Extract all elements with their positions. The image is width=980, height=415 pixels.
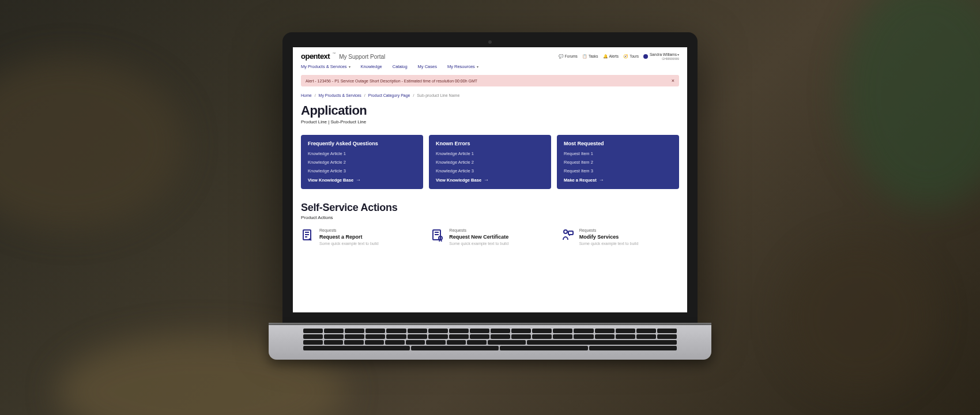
action-category: Requests: [579, 228, 639, 232]
requested-cta-label: Make a Request: [564, 178, 597, 183]
errors-cta[interactable]: View Knowledge Base →: [436, 177, 544, 183]
page-subtitle: Product Line | Sub-Product Line: [301, 119, 679, 124]
forums-link[interactable]: 💬 Forums: [559, 54, 578, 59]
bell-icon: 🔔: [603, 54, 608, 59]
clipboard-icon: 📋: [582, 54, 587, 59]
crumb-sep: /: [315, 93, 316, 97]
action-request-report[interactable]: Requests Request a Report Some quick exa…: [301, 228, 419, 246]
chevron-down-icon: ▾: [677, 52, 679, 56]
user-id: GH99999999: [650, 57, 679, 61]
requested-item[interactable]: Request Item 3: [564, 168, 672, 173]
faq-cta-label: View Knowledge Base: [308, 178, 353, 183]
report-icon: [301, 228, 315, 242]
arrow-right-icon: →: [599, 177, 604, 183]
laptop-deck: [269, 325, 711, 360]
errors-card-title: Known Errors: [436, 141, 544, 146]
action-request-certificate[interactable]: Requests Request New Certificate Some qu…: [431, 228, 549, 246]
requested-item[interactable]: Request Item 2: [564, 160, 672, 165]
faq-card: Frequently Asked Questions Knowledge Art…: [301, 135, 423, 189]
main-nav: My Products & Services ▾ Knowledge Catal…: [301, 64, 679, 69]
crumb-sep: /: [364, 93, 365, 97]
avatar: [643, 54, 648, 59]
self-service-subtitle: Product Actions: [301, 215, 679, 220]
arrow-right-icon: →: [484, 177, 489, 183]
requested-cta[interactable]: Make a Request →: [564, 177, 672, 183]
faq-cta[interactable]: View Knowledge Base →: [308, 177, 416, 183]
close-icon[interactable]: ×: [672, 78, 674, 84]
errors-item[interactable]: Knowledge Article 2: [436, 160, 544, 165]
alerts-label: Alerts: [609, 54, 619, 58]
arrow-right-icon: →: [356, 177, 361, 183]
info-cards-row: Frequently Asked Questions Knowledge Art…: [301, 135, 679, 189]
alerts-link[interactable]: 🔔 Alerts: [603, 54, 619, 59]
action-modify-services[interactable]: Requests Modify Services Some quick exam…: [561, 228, 679, 246]
faq-item[interactable]: Knowledge Article 3: [308, 168, 416, 173]
nav-cases[interactable]: My Cases: [418, 64, 437, 69]
brand[interactable]: opentext ™ My Support Portal: [301, 52, 385, 61]
laptop-keyboard: [303, 329, 677, 352]
requested-item[interactable]: Request Item 1: [564, 151, 672, 156]
page-title: Application: [301, 103, 679, 118]
action-desc: Some quick example text to build: [449, 242, 508, 246]
self-service-actions-row: Requests Request a Report Some quick exa…: [301, 228, 679, 246]
brand-subtitle: My Support Portal: [339, 54, 385, 60]
user-menu[interactable]: Sandra Williams ▾ GH99999999: [643, 52, 679, 61]
crumb-category[interactable]: Product Category Page: [368, 93, 410, 97]
action-title: Modify Services: [579, 234, 639, 240]
user-name: Sandra Williams: [650, 52, 677, 56]
errors-item[interactable]: Knowledge Article 1: [436, 151, 544, 156]
brand-logo: opentext: [301, 52, 330, 61]
errors-item[interactable]: Knowledge Article 3: [436, 168, 544, 173]
certificate-icon: [431, 228, 444, 242]
action-category: Requests: [319, 228, 379, 232]
errors-cta-label: View Knowledge Base: [436, 178, 481, 183]
requested-card-title: Most Requested: [564, 141, 672, 146]
tasks-link[interactable]: 📋 Tasks: [582, 54, 598, 59]
requested-card: Most Requested Request Item 1 Request It…: [557, 135, 679, 189]
svg-rect-4: [568, 231, 573, 235]
crumb-home[interactable]: Home: [301, 93, 312, 97]
chevron-down-icon: ▾: [349, 65, 350, 69]
forums-label: Forums: [565, 54, 578, 58]
header-bar: opentext ™ My Support Portal 💬 Forums 📋 …: [301, 52, 679, 61]
header-utility-links: 💬 Forums 📋 Tasks 🔔 Alerts 🧭: [559, 52, 679, 61]
crumb-current: Sub-product Line Name: [417, 93, 459, 97]
brand-trademark: ™: [332, 52, 336, 55]
self-service-title: Self-Service Actions: [301, 202, 679, 214]
breadcrumb: Home / My Products & Services / Product …: [301, 93, 679, 97]
action-category: Requests: [449, 228, 508, 232]
nav-resources-label: My Resources: [447, 64, 475, 69]
nav-knowledge[interactable]: Knowledge: [361, 64, 382, 69]
nav-catalog[interactable]: Catalog: [393, 64, 408, 69]
nav-products[interactable]: My Products & Services ▾: [301, 64, 350, 69]
tours-link[interactable]: 🧭 Tours: [623, 54, 639, 59]
laptop-bezel: opentext ™ My Support Portal 💬 Forums 📋 …: [282, 32, 698, 323]
errors-card: Known Errors Knowledge Article 1 Knowled…: [429, 135, 551, 189]
chevron-down-icon: ▾: [477, 65, 478, 69]
tours-label: Tours: [630, 54, 639, 58]
laptop-mockup: opentext ™ My Support Portal 💬 Forums 📋 …: [282, 32, 698, 360]
faq-item[interactable]: Knowledge Article 2: [308, 160, 416, 165]
tasks-label: Tasks: [589, 54, 598, 58]
action-desc: Some quick example text to build: [319, 242, 379, 246]
nav-products-label: My Products & Services: [301, 64, 347, 69]
action-title: Request a Report: [319, 234, 379, 240]
action-title: Request New Certificate: [449, 234, 508, 240]
user-service-icon: [561, 228, 575, 242]
crumb-sep: /: [413, 93, 414, 97]
camera-dot: [488, 40, 492, 44]
compass-icon: 🧭: [623, 54, 628, 59]
crumb-products[interactable]: My Products & Services: [319, 93, 361, 97]
support-portal-page: opentext ™ My Support Portal 💬 Forums 📋 …: [293, 47, 687, 250]
svg-point-3: [564, 230, 567, 233]
chat-icon: 💬: [559, 54, 564, 59]
laptop-screen: opentext ™ My Support Portal 💬 Forums 📋 …: [293, 47, 687, 312]
nav-resources[interactable]: My Resources ▾: [447, 64, 478, 69]
alert-banner: Alert - 123456 - P1 Service Outage Short…: [301, 75, 679, 86]
faq-item[interactable]: Knowledge Article 1: [308, 151, 416, 156]
action-desc: Some quick example text to build: [579, 242, 639, 246]
alert-text: Alert - 123456 - P1 Service Outage Short…: [306, 79, 477, 83]
faq-card-title: Frequently Asked Questions: [308, 141, 416, 146]
